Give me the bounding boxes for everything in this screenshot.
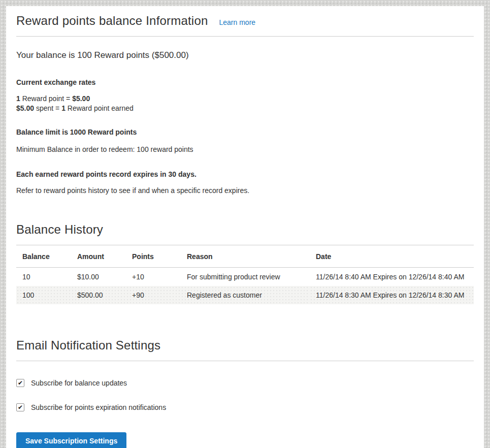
table-header-row: Balance Amount Points Reason Date	[16, 245, 474, 268]
minimum-redeem-note: Minimum Balance in order to redeem: 100 …	[16, 145, 474, 154]
balance-history-table: Balance Amount Points Reason Date 10 $10…	[16, 245, 474, 304]
checkbox-checked-icon[interactable]: ✔	[16, 403, 24, 411]
cell-date: 11/26/14 8:30 AM Expires on 12/26/14 8:3…	[310, 286, 474, 304]
rate2-value: $5.00	[16, 104, 34, 112]
rate2-text1: spent =	[34, 104, 61, 112]
table-row: 10 $10.00 +10 For submitting product rev…	[16, 268, 474, 286]
rate2-text2: Reward point earned	[66, 104, 134, 112]
column-header-balance: Balance	[16, 245, 71, 268]
email-notification-section-header: Email Notification Settings	[16, 338, 474, 361]
balance-history-title: Balance History	[16, 222, 103, 237]
save-subscription-settings-button[interactable]: Save Subscription Settings	[16, 432, 126, 448]
exchange-rates-heading: Current exchange rates	[16, 78, 474, 87]
column-header-amount: Amount	[71, 245, 126, 268]
cell-date: 11/26/14 8:40 AM Expires on 12/26/14 8:4…	[310, 268, 474, 286]
email-notification-section: Email Notification Settings ✔ Subscribe …	[16, 338, 474, 448]
balance-limit-heading: Balance limit is 1000 Reward points	[16, 127, 474, 137]
exchange-rate-points-to-currency: 1 Reward point = $5.00	[16, 94, 474, 104]
learn-more-link[interactable]: Learn more	[219, 18, 255, 26]
cell-balance: 100	[16, 286, 71, 304]
cell-points: +90	[126, 286, 181, 304]
expiration-note: Refer to reward points history to see if…	[16, 186, 474, 196]
column-header-date: Date	[310, 245, 474, 268]
subscribe-balance-updates-label: Subscribe for balance updates	[31, 378, 127, 388]
rate1-value: $5.00	[72, 94, 90, 103]
email-notification-title: Email Notification Settings	[16, 338, 160, 353]
balance-summary: Your balance is 100 Reward points ($500.…	[16, 50, 474, 61]
cell-reason: For submitting product review	[181, 268, 310, 286]
expiration-heading: Each earned reward points record expires…	[16, 170, 474, 179]
exchange-rate-currency-to-points: $5.00 spent = 1 Reward point earned	[16, 104, 474, 113]
rate2-points: 1	[61, 104, 66, 112]
subscribe-expiration-notifications-row[interactable]: ✔ Subscribe for points expiration notifi…	[16, 403, 166, 412]
reward-info-section-header: Reward points balance Information Learn …	[16, 13, 474, 37]
cell-balance: 10	[16, 268, 71, 286]
checkbox-checked-icon[interactable]: ✔	[16, 379, 24, 387]
column-header-reason: Reason	[181, 245, 310, 268]
table-row: 100 $500.00 +90 Registered as customer 1…	[16, 286, 474, 304]
subscribe-balance-updates-row[interactable]: ✔ Subscribe for balance updates	[16, 378, 127, 388]
balance-history-section-header: Balance History	[16, 222, 474, 245]
page-title: Reward points balance Information	[16, 13, 208, 28]
cell-reason: Registered as customer	[181, 286, 310, 304]
balance-history-section: Balance History Balance Amount Points Re…	[16, 222, 474, 304]
subscribe-expiration-notifications-label: Subscribe for points expiration notifica…	[31, 403, 166, 412]
reward-points-panel: Reward points balance Information Learn …	[6, 6, 484, 448]
cell-amount: $10.00	[71, 268, 126, 286]
cell-amount: $500.00	[71, 286, 126, 304]
column-header-points: Points	[126, 245, 181, 268]
rate1-points: 1	[16, 94, 20, 103]
rate1-text: Reward point =	[20, 94, 72, 103]
cell-points: +10	[126, 268, 181, 286]
